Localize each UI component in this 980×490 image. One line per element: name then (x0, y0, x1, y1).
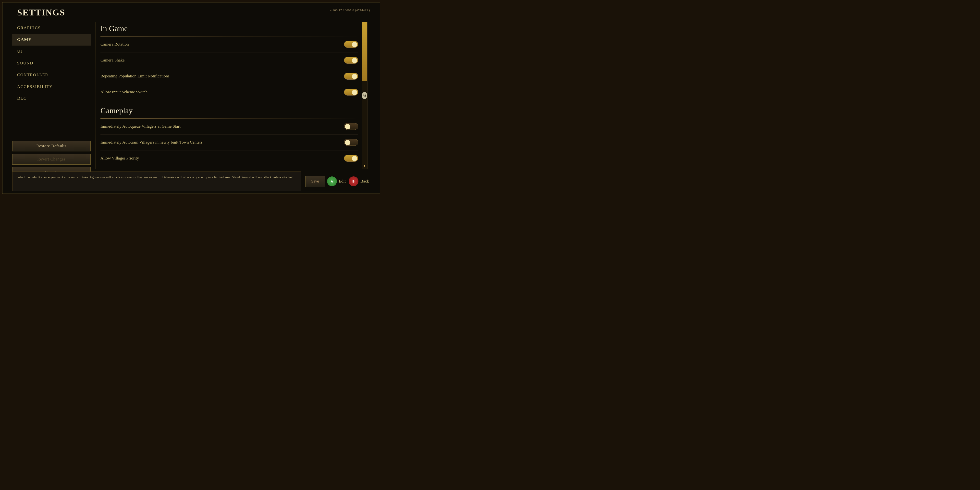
setting-label-autoqueue: Immediately Autoqueue Villagers at Game … (100, 124, 181, 129)
setting-row-autotrain: Immediately Autotrain Villagers in newly… (100, 135, 358, 150)
toggle-repeating-pop[interactable] (344, 73, 358, 80)
save-button[interactable]: Save (305, 176, 325, 187)
toggle-villager-priority[interactable] (344, 155, 358, 162)
sidebar-item-sound[interactable]: SOUND (12, 57, 91, 69)
setting-label-allow-input: Allow Input Scheme Switch (100, 90, 148, 95)
setting-row-allow-input: Allow Input Scheme Switch (100, 84, 358, 100)
toggle-knob-autotrain (345, 140, 350, 145)
setting-label-villager-priority: Allow Villager Priority (100, 156, 139, 161)
setting-row-camera-rotation: Camera Rotation (100, 37, 358, 52)
btn-a-label: A (331, 180, 333, 183)
sidebar-item-dlc[interactable]: DLC (12, 92, 91, 104)
section-header-ingame: In Game (100, 22, 358, 35)
toggle-knob-villager-priority (352, 156, 357, 161)
section-header-gameplay: Gameplay (100, 104, 358, 117)
tooltip-box: Select the default stance you want your … (12, 172, 301, 191)
setting-label-autotrain: Immediately Autotrain Villagers in newly… (100, 140, 203, 145)
sidebar-item-graphics[interactable]: GRAPHICS (12, 22, 91, 34)
scrollbar-track[interactable]: ▲ RS ▼ (362, 22, 368, 169)
setting-row-repeating-pop: Repeating Population Limit Notifications (100, 68, 358, 84)
restore-defaults-button[interactable]: Restore Defaults (12, 141, 91, 151)
toggle-allow-input[interactable] (344, 89, 358, 95)
content-scroll[interactable]: In Game Camera Rotation Camera Shake Rep… (100, 22, 361, 169)
setting-label-camera-shake: Camera Shake (100, 58, 125, 63)
toggle-camera-shake[interactable] (344, 57, 358, 64)
setting-label-camera-rotation: Camera Rotation (100, 42, 129, 47)
back-label: Back (360, 179, 369, 184)
toggle-knob-camera-rotation (352, 42, 357, 47)
toggle-knob-repeating-pop (352, 74, 357, 79)
toggle-knob-camera-shake (352, 58, 357, 63)
page-title: SETTINGS (17, 7, 65, 18)
scrollbar-rs-area: RS (362, 92, 367, 99)
tooltip-text: Select the default stance you want your … (16, 175, 294, 179)
toggle-camera-rotation[interactable] (344, 41, 358, 48)
settings-window: SETTINGS v.100.17.18697.0 (477449R) GRAP… (2, 2, 380, 194)
toggle-autotrain[interactable] (344, 139, 358, 146)
sidebar-item-ui[interactable]: UI (12, 46, 91, 57)
setting-row-camera-shake: Camera Shake (100, 52, 358, 68)
toggle-knob-allow-input (352, 90, 357, 95)
toggle-knob-autoqueue (345, 124, 350, 129)
sidebar-item-game[interactable]: GAME (12, 34, 91, 46)
bottom-bar: Select the default stance you want your … (12, 172, 370, 191)
setting-row-default-stance: Default Unit Stance Aggressive ▼ (100, 166, 358, 169)
main-content: In Game Camera Rotation Camera Shake Rep… (100, 22, 368, 169)
btn-a-icon[interactable]: A (327, 177, 337, 186)
scrollbar-arrow-down[interactable]: ▼ (362, 163, 367, 169)
sidebar-divider (95, 22, 96, 169)
edit-label: Edit (339, 179, 346, 184)
rs-badge: RS (362, 92, 367, 99)
sidebar-item-accessibility[interactable]: ACCESSIBILITY (12, 81, 91, 92)
scrollbar-thumb[interactable] (362, 22, 367, 81)
btn-b-icon[interactable]: B (348, 177, 358, 186)
sidebar-item-controller[interactable]: CONTROLLER (12, 69, 91, 81)
setting-row-villager-priority: Allow Villager Priority (100, 150, 358, 166)
setting-row-autoqueue: Immediately Autoqueue Villagers at Game … (100, 119, 358, 135)
bottom-actions: Save A Edit B Back (305, 176, 370, 187)
setting-label-repeating-pop: Repeating Population Limit Notifications (100, 74, 170, 79)
version-text: v.100.17.18697.0 (477449R) (330, 8, 370, 12)
toggle-autoqueue[interactable] (344, 123, 358, 130)
revert-changes-button[interactable]: Revert Changes (12, 154, 91, 165)
btn-b-label: B (352, 180, 355, 183)
